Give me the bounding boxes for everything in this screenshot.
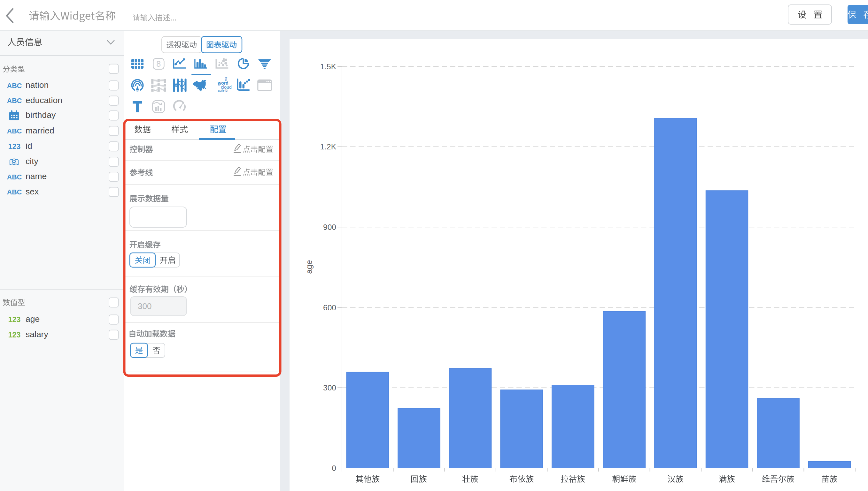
svg-text:age: age bbox=[26, 314, 39, 324]
svg-text:123: 123 bbox=[8, 142, 21, 151]
svg-text:ABC: ABC bbox=[7, 82, 22, 90]
svg-text:id: id bbox=[26, 141, 32, 151]
svg-text:agile Bi: agile Bi bbox=[218, 89, 228, 92]
svg-text:married: married bbox=[26, 126, 54, 135]
svg-text:600: 600 bbox=[323, 303, 336, 312]
svg-text:birthday: birthday bbox=[26, 110, 56, 120]
svg-text:nation: nation bbox=[26, 80, 49, 90]
svg-text:0: 0 bbox=[332, 464, 336, 472]
svg-text:name: name bbox=[26, 171, 47, 181]
svg-text:123: 123 bbox=[8, 331, 21, 339]
svg-text:ABC: ABC bbox=[7, 127, 22, 135]
svg-text:8: 8 bbox=[156, 59, 161, 68]
svg-text:1.5K: 1.5K bbox=[320, 62, 336, 71]
svg-text:900: 900 bbox=[323, 223, 336, 231]
svg-text:sex: sex bbox=[26, 187, 39, 196]
svg-text:1.2K: 1.2K bbox=[320, 142, 336, 151]
svg-text:ABC: ABC bbox=[7, 189, 22, 196]
svg-text:education: education bbox=[26, 95, 62, 105]
svg-text:ABC: ABC bbox=[7, 173, 22, 181]
svg-text:salary: salary bbox=[26, 329, 48, 339]
svg-text:123: 123 bbox=[8, 315, 21, 324]
svg-text:tag: tag bbox=[224, 77, 227, 81]
svg-text:abc: abc bbox=[218, 82, 220, 86]
svg-text:300: 300 bbox=[323, 383, 336, 392]
svg-text:city: city bbox=[26, 156, 39, 166]
svg-text:ABC: ABC bbox=[7, 97, 22, 105]
svg-text:age: age bbox=[304, 260, 314, 273]
svg-text:300: 300 bbox=[138, 301, 152, 311]
